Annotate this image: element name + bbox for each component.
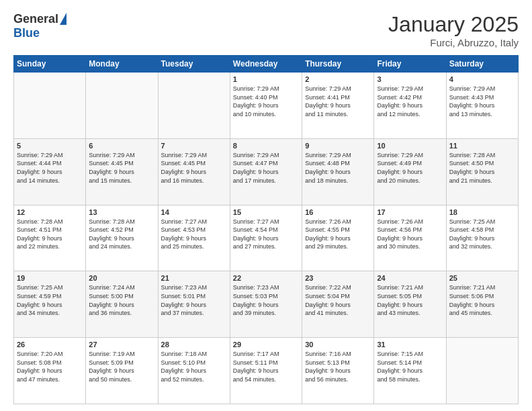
day-number: 2 [305, 75, 371, 83]
calendar-cell: 24Sunrise: 7:21 AM Sunset: 5:05 PM Dayli… [374, 271, 446, 338]
day-number: 17 [377, 208, 443, 216]
weekday-row: SundayMondayTuesdayWednesdayThursdayFrid… [14, 56, 519, 73]
calendar-subtitle: Furci, Abruzzo, Italy [388, 37, 519, 48]
day-number: 15 [233, 208, 299, 216]
day-number: 20 [89, 274, 154, 282]
calendar-cell [158, 73, 230, 139]
day-number: 7 [161, 142, 227, 150]
calendar-cell: 11Sunrise: 7:28 AM Sunset: 4:50 PM Dayli… [446, 138, 518, 205]
day-number: 6 [89, 142, 154, 150]
calendar-cell: 28Sunrise: 7:18 AM Sunset: 5:10 PM Dayli… [158, 338, 230, 404]
logo-general-text: General [13, 12, 58, 26]
calendar-cell: 3Sunrise: 7:29 AM Sunset: 4:42 PM Daylig… [374, 73, 446, 139]
calendar-cell: 13Sunrise: 7:28 AM Sunset: 4:52 PM Dayli… [86, 205, 158, 271]
weekday-header: Thursday [302, 56, 374, 73]
calendar-cell: 16Sunrise: 7:26 AM Sunset: 4:55 PM Dayli… [302, 205, 374, 271]
day-number: 27 [89, 340, 154, 349]
day-number: 14 [161, 208, 227, 216]
day-info: Sunrise: 7:29 AM Sunset: 4:44 PM Dayligh… [17, 151, 83, 185]
calendar-cell: 23Sunrise: 7:22 AM Sunset: 5:04 PM Dayli… [302, 271, 374, 338]
calendar-cell: 9Sunrise: 7:29 AM Sunset: 4:48 PM Daylig… [302, 138, 374, 205]
calendar-week-row: 19Sunrise: 7:25 AM Sunset: 4:59 PM Dayli… [14, 271, 519, 338]
calendar-cell: 17Sunrise: 7:26 AM Sunset: 4:56 PM Dayli… [374, 205, 446, 271]
day-number: 3 [377, 75, 443, 83]
day-info: Sunrise: 7:29 AM Sunset: 4:47 PM Dayligh… [233, 151, 299, 185]
day-info: Sunrise: 7:21 AM Sunset: 5:06 PM Dayligh… [449, 283, 515, 317]
calendar-body: 1Sunrise: 7:29 AM Sunset: 4:40 PM Daylig… [14, 73, 519, 404]
logo-blue-text: Blue [13, 26, 40, 40]
day-number: 21 [161, 274, 227, 282]
weekday-header: Monday [86, 56, 158, 73]
day-info: Sunrise: 7:17 AM Sunset: 5:11 PM Dayligh… [233, 350, 299, 383]
calendar-cell: 27Sunrise: 7:19 AM Sunset: 5:09 PM Dayli… [86, 338, 158, 404]
weekday-header: Friday [374, 56, 446, 73]
weekday-header: Wednesday [230, 56, 302, 73]
calendar-cell: 15Sunrise: 7:27 AM Sunset: 4:54 PM Dayli… [230, 205, 302, 271]
day-info: Sunrise: 7:28 AM Sunset: 4:52 PM Dayligh… [89, 218, 154, 251]
day-info: Sunrise: 7:28 AM Sunset: 4:51 PM Dayligh… [17, 218, 83, 251]
day-number: 11 [449, 142, 515, 150]
calendar-cell: 29Sunrise: 7:17 AM Sunset: 5:11 PM Dayli… [230, 338, 302, 404]
calendar-cell: 22Sunrise: 7:23 AM Sunset: 5:03 PM Dayli… [230, 271, 302, 338]
calendar-page: General Blue January 2025 Furci, Abruzzo… [0, 0, 532, 411]
calendar-cell: 14Sunrise: 7:27 AM Sunset: 4:53 PM Dayli… [158, 205, 230, 271]
day-info: Sunrise: 7:16 AM Sunset: 5:13 PM Dayligh… [305, 350, 371, 383]
day-number: 23 [305, 274, 371, 282]
header: General Blue January 2025 Furci, Abruzzo… [13, 12, 519, 48]
calendar-title: January 2025 [388, 12, 519, 37]
day-number: 18 [449, 208, 515, 216]
day-number: 9 [305, 142, 371, 150]
day-info: Sunrise: 7:29 AM Sunset: 4:48 PM Dayligh… [305, 151, 371, 185]
day-number: 8 [233, 142, 299, 150]
calendar-cell: 26Sunrise: 7:20 AM Sunset: 5:08 PM Dayli… [14, 338, 86, 404]
day-info: Sunrise: 7:19 AM Sunset: 5:09 PM Dayligh… [89, 350, 154, 383]
calendar-cell: 12Sunrise: 7:28 AM Sunset: 4:51 PM Dayli… [14, 205, 86, 271]
day-info: Sunrise: 7:23 AM Sunset: 5:03 PM Dayligh… [233, 283, 299, 317]
calendar-cell: 8Sunrise: 7:29 AM Sunset: 4:47 PM Daylig… [230, 138, 302, 205]
day-info: Sunrise: 7:29 AM Sunset: 4:49 PM Dayligh… [377, 151, 443, 185]
calendar-cell: 25Sunrise: 7:21 AM Sunset: 5:06 PM Dayli… [446, 271, 518, 338]
title-block: January 2025 Furci, Abruzzo, Italy [388, 12, 519, 48]
calendar-cell: 2Sunrise: 7:29 AM Sunset: 4:41 PM Daylig… [302, 73, 374, 139]
calendar-cell: 10Sunrise: 7:29 AM Sunset: 4:49 PM Dayli… [374, 138, 446, 205]
day-info: Sunrise: 7:29 AM Sunset: 4:43 PM Dayligh… [449, 85, 515, 118]
day-info: Sunrise: 7:28 AM Sunset: 4:50 PM Dayligh… [449, 151, 515, 185]
day-info: Sunrise: 7:29 AM Sunset: 4:45 PM Dayligh… [161, 151, 227, 185]
day-number: 16 [305, 208, 371, 216]
calendar-cell: 21Sunrise: 7:23 AM Sunset: 5:01 PM Dayli… [158, 271, 230, 338]
day-info: Sunrise: 7:29 AM Sunset: 4:40 PM Dayligh… [233, 85, 299, 118]
day-number: 12 [17, 208, 83, 216]
calendar-cell [446, 338, 518, 404]
day-number: 13 [89, 208, 154, 216]
day-info: Sunrise: 7:15 AM Sunset: 5:14 PM Dayligh… [377, 350, 443, 383]
day-number: 29 [233, 340, 299, 349]
day-info: Sunrise: 7:22 AM Sunset: 5:04 PM Dayligh… [305, 283, 371, 317]
day-number: 25 [449, 274, 515, 282]
logo: General Blue [13, 12, 66, 40]
day-info: Sunrise: 7:27 AM Sunset: 4:54 PM Dayligh… [233, 218, 299, 251]
calendar-cell: 1Sunrise: 7:29 AM Sunset: 4:40 PM Daylig… [230, 73, 302, 139]
day-number: 4 [449, 75, 515, 83]
calendar-cell: 31Sunrise: 7:15 AM Sunset: 5:14 PM Dayli… [374, 338, 446, 404]
logo-triangle-icon [60, 13, 66, 25]
day-info: Sunrise: 7:25 AM Sunset: 4:58 PM Dayligh… [449, 218, 515, 251]
calendar-week-row: 26Sunrise: 7:20 AM Sunset: 5:08 PM Dayli… [14, 338, 519, 404]
day-number: 19 [17, 274, 83, 282]
calendar-cell: 30Sunrise: 7:16 AM Sunset: 5:13 PM Dayli… [302, 338, 374, 404]
day-number: 30 [305, 340, 371, 349]
weekday-header: Sunday [14, 56, 86, 73]
calendar-cell: 7Sunrise: 7:29 AM Sunset: 4:45 PM Daylig… [158, 138, 230, 205]
day-info: Sunrise: 7:18 AM Sunset: 5:10 PM Dayligh… [161, 350, 227, 383]
day-number: 28 [161, 340, 227, 349]
day-info: Sunrise: 7:26 AM Sunset: 4:56 PM Dayligh… [377, 218, 443, 251]
calendar-week-row: 12Sunrise: 7:28 AM Sunset: 4:51 PM Dayli… [14, 205, 519, 271]
day-number: 26 [17, 340, 83, 349]
calendar-cell: 19Sunrise: 7:25 AM Sunset: 4:59 PM Dayli… [14, 271, 86, 338]
day-info: Sunrise: 7:27 AM Sunset: 4:53 PM Dayligh… [161, 218, 227, 251]
calendar-cell: 18Sunrise: 7:25 AM Sunset: 4:58 PM Dayli… [446, 205, 518, 271]
day-info: Sunrise: 7:29 AM Sunset: 4:41 PM Dayligh… [305, 85, 371, 118]
day-info: Sunrise: 7:21 AM Sunset: 5:05 PM Dayligh… [377, 283, 443, 317]
calendar-cell [14, 73, 86, 139]
calendar-cell: 20Sunrise: 7:24 AM Sunset: 5:00 PM Dayli… [86, 271, 158, 338]
calendar-cell: 6Sunrise: 7:29 AM Sunset: 4:45 PM Daylig… [86, 138, 158, 205]
